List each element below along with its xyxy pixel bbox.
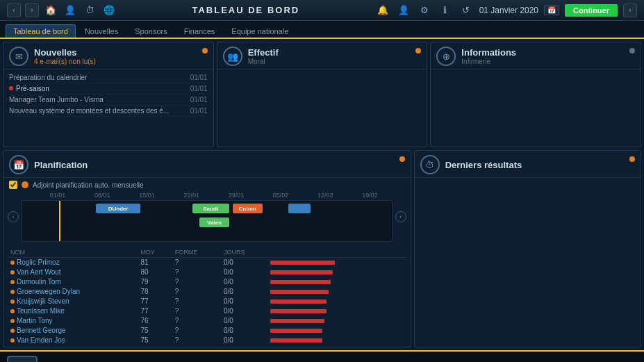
planification-panel: 📅 Planification Adjoint planification au… <box>3 150 411 347</box>
table-row[interactable]: Dumoulin Tom 79 ? 0/0 <box>8 277 406 287</box>
list-item[interactable]: Pré-saison 01/01 <box>9 83 208 94</box>
rider-chart <box>267 268 406 277</box>
gantt-next-button[interactable]: › <box>395 211 406 222</box>
list-item[interactable]: Préparation du calendrier 01/01 <box>9 72 208 83</box>
adjoint-checkbox[interactable] <box>9 181 17 189</box>
nouvelles-panel: ✉ Nouvelles 4 e-mail(s) non lu(s) Prépar… <box>3 42 214 147</box>
rider-chart <box>267 277 406 287</box>
table-row[interactable]: Van Emden Jos 75 ? 0/0 <box>8 336 406 345</box>
rider-forme: ? <box>172 287 221 297</box>
rider-jours: 0/0 <box>221 277 267 287</box>
info-icon[interactable]: ℹ <box>438 3 453 18</box>
planification-dot <box>399 156 405 162</box>
adjoint-dot <box>22 181 28 188</box>
rider-name[interactable]: Martin Tony <box>17 317 53 324</box>
rider-jours: 0/0 <box>221 268 267 277</box>
calendar-icon[interactable]: 📅 <box>544 5 559 15</box>
home-icon[interactable]: 🏠 <box>43 3 58 18</box>
nav-back-button[interactable]: ‹ <box>7 3 21 17</box>
gantt-date: 05/02 <box>258 192 303 199</box>
gantt-bar-cniom[interactable]: Cniom <box>233 204 263 213</box>
rider-jours: 0/0 <box>221 297 267 306</box>
clock-icon[interactable]: ⏱ <box>82 3 97 18</box>
rider-forme: ? <box>172 277 221 287</box>
top-bar-right: 🔔 👤 ⚙ ℹ ↺ 01 Janvier 2020 📅 Continuer › <box>375 3 637 18</box>
tab-equipe-nationale[interactable]: Equipe nationale <box>224 24 296 38</box>
globe-icon[interactable]: 🌐 <box>101 3 117 18</box>
tab-tableau-de-bord[interactable]: Tableau de bord <box>6 24 76 38</box>
rider-name[interactable]: Roglic Primoz <box>17 258 60 266</box>
col-forme: FORME <box>172 247 221 258</box>
rider-chart <box>267 326 406 336</box>
gantt-header: 01/01 08/01 15/01 22/01 29/01 05/02 12/0… <box>35 192 393 199</box>
gantt-date: 15/01 <box>124 192 169 199</box>
gear-icon[interactable]: ⚙ <box>417 3 432 18</box>
tab-sponsors[interactable]: Sponsors <box>127 24 174 38</box>
rider-forme: ? <box>172 306 221 316</box>
list-item[interactable]: Nouveau système de montées et descentes … <box>9 106 208 117</box>
derniers-dot <box>629 156 635 162</box>
top-bar: ‹ › 🏠 👤 ⏱ 🌐 TABLEAU DE BORD 🔔 👤 ⚙ ℹ ↺ 01… <box>0 0 644 21</box>
continue-arrow[interactable]: › <box>623 3 637 17</box>
rider-moy: 81 <box>138 258 172 268</box>
effectif-panel: 👥 Effectif Moral <box>217 42 428 147</box>
table-row[interactable]: Roglic Primoz 81 ? 0/0 <box>8 258 406 268</box>
rider-moy: 79 <box>138 277 172 287</box>
rider-name[interactable]: Van Aert Wout <box>17 268 61 276</box>
rider-name[interactable]: Teunissen Mike <box>17 307 65 315</box>
nav-forward-button[interactable]: › <box>25 3 39 17</box>
trophy-icon: 🏆 <box>7 356 38 362</box>
rider-name[interactable]: Bennett George <box>17 327 66 334</box>
table-row[interactable]: Van Aert Wout 80 ? 0/0 <box>8 268 406 277</box>
gantt-bar-dunder[interactable]: DUnder <box>96 204 140 213</box>
rider-jours: 0/0 <box>221 258 267 268</box>
nouvelles-unread: 4 e-mail(s) non lu(s) <box>34 58 96 65</box>
refresh-icon[interactable]: ↺ <box>459 3 474 18</box>
gantt-bar-saudi[interactable]: Saudi <box>192 204 229 213</box>
rider-name[interactable]: Van Emden Jos <box>17 336 65 344</box>
table-row[interactable]: Groenewegen Dylan 78 ? 0/0 <box>8 287 406 297</box>
continue-button[interactable]: Continuer <box>565 4 618 17</box>
list-item[interactable]: Manager Team Jumbo - Visma 01/01 <box>9 94 208 106</box>
rider-name[interactable]: Dumoulin Tom <box>17 278 61 286</box>
bell-icon[interactable]: 🔔 <box>375 3 390 18</box>
gantt-bar-blue1[interactable] <box>288 204 311 213</box>
table-row[interactable]: Bennett George 75 ? 0/0 <box>8 326 406 336</box>
gantt-bar-valen[interactable]: Valen <box>199 217 229 227</box>
team-icon[interactable]: 👤 <box>63 3 78 18</box>
table-row[interactable]: Teunissen Mike 77 ? 0/0 <box>8 306 406 316</box>
effectif-subtitle: Moral <box>248 58 279 65</box>
rider-chart <box>267 297 406 306</box>
adjoint-label: Adjoint planification auto. mensuelle <box>33 181 144 189</box>
rider-jours: 0/0 <box>221 306 267 316</box>
effectif-title: Effectif <box>248 47 279 58</box>
rider-moy: 75 <box>138 326 172 336</box>
rider-jours: 0/0 <box>221 326 267 336</box>
user-icon[interactable]: 👤 <box>396 3 411 18</box>
tab-finances[interactable]: Finances <box>176 24 223 38</box>
rider-name[interactable]: Kruijswijk Steven <box>17 297 69 305</box>
table-row[interactable]: Martin Tony 76 ? 0/0 <box>8 316 406 326</box>
rider-forme: ? <box>172 326 221 336</box>
nouvelles-header: ✉ Nouvelles 4 e-mail(s) non lu(s) <box>3 42 213 69</box>
rider-jours: 0/0 <box>221 336 267 345</box>
planification-icon: 📅 <box>9 155 28 174</box>
main-content: ✉ Nouvelles 4 e-mail(s) non lu(s) Prépar… <box>0 39 644 350</box>
table-row[interactable]: Kruijswijk Steven 77 ? 0/0 <box>8 297 406 306</box>
rider-name[interactable]: Groenewegen Dylan <box>17 288 80 295</box>
derniers-title: Derniers résultats <box>445 160 522 170</box>
tab-nouvelles[interactable]: Nouvelles <box>77 24 126 38</box>
nouvelles-dot <box>202 48 208 54</box>
rider-moy: 80 <box>138 268 172 277</box>
planification-toolbar: Adjoint planification auto. mensuelle <box>3 178 411 192</box>
rider-moy: 78 <box>138 287 172 297</box>
informations-icon: ⊕ <box>436 47 456 66</box>
rider-moy: 75 <box>138 336 172 345</box>
gantt-prev-button[interactable]: ‹ <box>8 211 19 222</box>
planification-title: Planification <box>34 160 88 170</box>
derniers-header: ⏱ Derniers résultats <box>415 151 641 178</box>
gantt-date: 19/02 <box>347 192 392 199</box>
top-bar-left: ‹ › 🏠 👤 ⏱ 🌐 <box>7 3 117 18</box>
derniers-resultats-panel: ⏱ Derniers résultats <box>414 150 641 347</box>
current-date: 01 Janvier 2020 <box>479 6 538 15</box>
